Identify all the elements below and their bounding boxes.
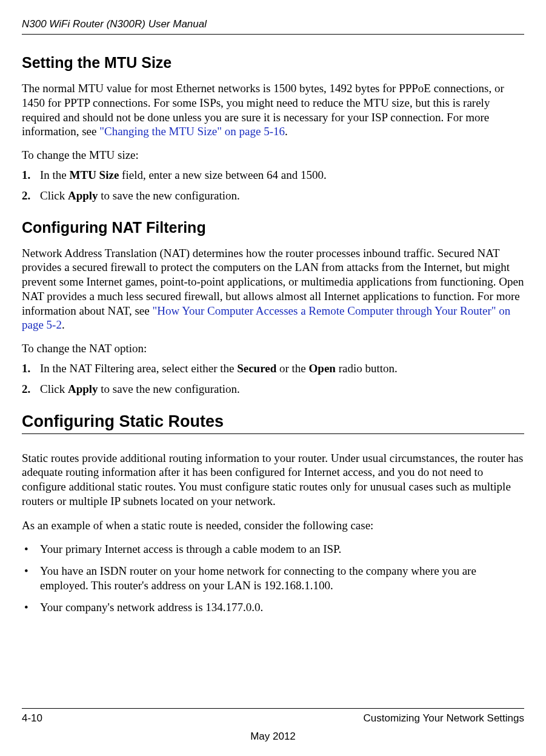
mtu-steps: 1. In the MTU Size field, enter a new si… [22, 168, 524, 203]
step-number: 2. [22, 382, 30, 396]
static-paragraph-1: Static routes provide additional routing… [22, 451, 524, 509]
step-text: In the [40, 169, 70, 181]
step-number: 1. [22, 361, 30, 376]
list-item: Your company's network address is 134.17… [22, 600, 524, 615]
header-rule [22, 34, 524, 35]
step-text: or the [276, 362, 308, 375]
nat-paragraph-end: . [62, 318, 65, 331]
footer-rule [22, 708, 524, 709]
heading-configuring-nat-filtering: Configuring NAT Filtering [22, 219, 524, 236]
mtu-step-1: 1. In the MTU Size field, enter a new si… [22, 168, 524, 182]
nat-step-2: 2. Click Apply to save the new configura… [22, 382, 524, 396]
link-changing-mtu-size[interactable]: "Changing the MTU Size" on page 5-16 [99, 125, 285, 138]
nat-step-1: 1. In the NAT Filtering area, select eit… [22, 361, 524, 376]
step-bold: Open [309, 362, 336, 375]
step-text: radio button. [336, 362, 398, 375]
nat-steps: 1. In the NAT Filtering area, select eit… [22, 361, 524, 396]
step-text: to save the new configuration. [98, 189, 240, 202]
nat-paragraph: Network Address Translation (NAT) determ… [22, 246, 524, 333]
nat-lead: To change the NAT option: [22, 342, 524, 355]
step-bold: Secured [237, 362, 276, 375]
step-number: 2. [22, 189, 30, 203]
step-text: In the NAT Filtering area, select either… [40, 362, 237, 375]
page-number: 4-10 [22, 712, 42, 724]
step-bold: Apply [68, 383, 98, 395]
major-rule [22, 433, 524, 434]
footer-date: May 2012 [22, 731, 524, 743]
mtu-paragraph-end: . [285, 125, 288, 138]
running-header: N300 WiFi Router (N300R) User Manual [22, 18, 524, 30]
list-item: Your primary Internet access is through … [22, 542, 524, 557]
static-paragraph-2: As an example of when a static route is … [22, 518, 524, 533]
step-number: 1. [22, 168, 30, 182]
list-item: You have an ISDN router on your home net… [22, 564, 524, 593]
page-footer: 4-10 Customizing Your Network Settings M… [22, 708, 524, 743]
static-bullets: Your primary Internet access is through … [22, 542, 524, 614]
step-text: Click [40, 189, 68, 202]
mtu-lead: To change the MTU size: [22, 149, 524, 162]
mtu-paragraph: The normal MTU value for most Ethernet n… [22, 81, 524, 139]
mtu-step-2: 2. Click Apply to save the new configura… [22, 189, 524, 203]
step-text: field, enter a new size between 64 and 1… [119, 169, 326, 181]
step-text: to save the new configuration. [98, 383, 240, 395]
chapter-title: Customizing Your Network Settings [363, 712, 524, 724]
heading-configuring-static-routes: Configuring Static Routes [22, 412, 524, 431]
step-bold: MTU Size [70, 169, 119, 181]
heading-setting-mtu-size: Setting the MTU Size [22, 54, 524, 72]
step-bold: Apply [68, 189, 98, 202]
step-text: Click [40, 383, 68, 395]
